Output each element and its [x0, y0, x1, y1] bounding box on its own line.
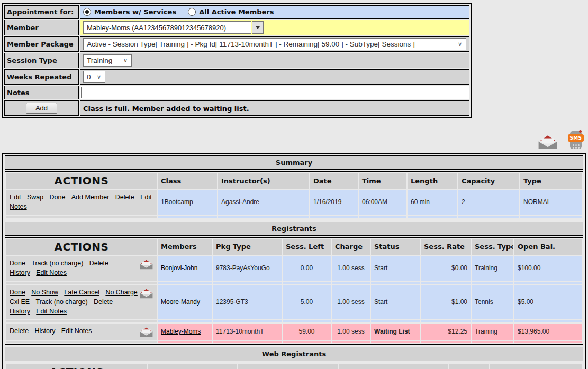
envelope-icon[interactable]: [139, 259, 153, 270]
pkg-type-cell: 9783-PayAsYouGo: [213, 256, 282, 281]
sess-type-header: Sess. Type: [472, 239, 513, 255]
add-button[interactable]: Add: [26, 103, 57, 114]
registrant-row: Done Track (no charge) Delete History Ed…: [6, 256, 582, 281]
sess-left-cell: 59.00: [283, 324, 331, 340]
spacer-row: [6, 341, 582, 343]
status-cell: Start: [371, 285, 420, 319]
envelope-icon[interactable]: [139, 327, 153, 337]
sess-left-cell: 5.00: [283, 285, 331, 319]
sess-rate-cell: $1.00: [421, 285, 471, 319]
session-type-row: Session Type Training: [4, 53, 469, 68]
sms-phone-icon[interactable]: SMS: [568, 130, 584, 150]
action-link[interactable]: Delete: [115, 193, 134, 201]
action-link[interactable]: Swap: [27, 193, 43, 201]
status-header: Status: [371, 239, 420, 255]
web-actions-header: ACTIONS: [6, 364, 147, 369]
summary-actions: Edit Swap Done Add Member Delete Edit No…: [10, 193, 152, 210]
action-link[interactable]: Add Member: [71, 193, 110, 201]
weeks-repeated-label: Weeks Repeated: [4, 69, 79, 85]
registrant-id-header: Registrant Id: [148, 364, 237, 369]
member-link[interactable]: Bonjovi-John: [161, 264, 197, 272]
member-link[interactable]: Mabley-Moms: [161, 328, 201, 335]
registrant-actions: Done Track (no charge) Delete History Ed…: [10, 259, 138, 278]
open-bal-cell: $5.00: [514, 285, 582, 319]
action-link[interactable]: Edit Notes: [36, 308, 67, 315]
envelope-icon[interactable]: [537, 134, 558, 150]
on-waiting-list-header: On Waiting List?: [339, 364, 448, 369]
sess-rate-header: Sess. Rate: [421, 239, 471, 255]
sess-type-cell: Tennis: [472, 285, 513, 319]
registrant-actions: Delete History Edit Notes: [10, 326, 138, 336]
pkg-type-cell: 11713-10monthT: [213, 324, 282, 340]
notification-icons-row: SMS: [2, 130, 588, 150]
member-package-label: Member Package: [4, 36, 79, 52]
charge-cell: 1.00 sess: [332, 324, 370, 340]
sess-rate-cell: $0.00: [421, 256, 471, 281]
appointment-for-row: Appointment for: Members w/ Services All…: [4, 5, 469, 19]
web-registrants-section-title: Web Registrants: [5, 347, 583, 361]
spacer-row: [6, 282, 582, 284]
member-package-select[interactable]: Active - Session Type[ Training ] - Pkg …: [83, 38, 466, 50]
summary-header-row: ACTIONS Class Instructor(s) Date Time Le…: [6, 173, 582, 189]
action-link[interactable]: Delete: [10, 327, 29, 335]
action-link[interactable]: Track (no charge): [36, 298, 88, 306]
pkg-type-header: Pkg Type: [213, 239, 282, 255]
members-w-services-radio[interactable]: [83, 8, 91, 16]
session-type-label: Session Type: [4, 53, 79, 68]
weeks-repeated-selected-value: 0: [87, 73, 91, 81]
action-link[interactable]: Edit Notes: [36, 269, 67, 276]
sms-label: SMS: [568, 134, 584, 142]
action-link[interactable]: Done: [50, 193, 66, 201]
action-link[interactable]: History: [10, 269, 30, 276]
registrant-row-waiting-list: Delete History Edit Notes Mabley-Moms 11…: [6, 324, 582, 340]
action-link[interactable]: Done: [10, 260, 25, 267]
member-link[interactable]: Moore-Mandy: [161, 298, 200, 306]
pkg-type-cell: 12395-GT3: [213, 285, 282, 319]
action-link[interactable]: Delete: [94, 298, 113, 306]
action-link[interactable]: History: [34, 327, 55, 335]
chevron-down-icon: [123, 58, 128, 63]
member-input[interactable]: [83, 21, 251, 34]
registrants-section-title: Registrants: [5, 222, 583, 236]
sess-left-header: Sess. Left: [283, 239, 331, 255]
summary-actions-header: ACTIONS: [6, 173, 157, 189]
sess-type-cell: Training: [472, 256, 513, 281]
action-link[interactable]: No Show: [31, 289, 58, 296]
all-active-members-radio[interactable]: [188, 8, 196, 16]
sess-left-cell: 0.00: [283, 256, 331, 281]
action-link[interactable]: Edit Notes: [61, 327, 92, 335]
email-header: Email: [449, 364, 489, 369]
open-bal-header: Open Bal.: [514, 239, 582, 255]
charge-header: Charge: [332, 239, 370, 255]
notes-label: Notes: [4, 86, 79, 99]
member-row: Member: [4, 20, 469, 35]
summary-class-header: Class: [158, 173, 217, 189]
summary-type-header: Type: [520, 173, 582, 189]
member-dropdown-button[interactable]: [252, 21, 264, 34]
notes-row: Notes: [4, 86, 469, 99]
registrants-table: ACTIONS Members Pkg Type Sess. Left Char…: [5, 237, 583, 345]
action-link[interactable]: Done: [10, 289, 25, 296]
member-package-selected-value: Active - Session Type[ Training ] - Pkg …: [87, 40, 415, 48]
sess-rate-cell: $12.25: [421, 324, 471, 340]
schedule-tables: Summary ACTIONS Class Instructor(s) Date…: [2, 153, 586, 369]
summary-instructors-header: Instructor(s): [218, 173, 309, 189]
members-header: Members: [158, 239, 212, 255]
notes-input[interactable]: [81, 87, 468, 98]
status-cell: Start: [371, 256, 420, 281]
weeks-repeated-select[interactable]: 0: [83, 71, 105, 83]
action-link[interactable]: Edit: [10, 193, 21, 201]
action-link[interactable]: Track (no charge): [31, 260, 83, 267]
summary-date-header: Date: [310, 173, 358, 189]
all-active-members-radio-label: All Active Members: [199, 8, 274, 16]
action-link[interactable]: Delete: [89, 260, 108, 267]
session-type-select[interactable]: Training: [83, 54, 132, 67]
action-link[interactable]: Late Cancel: [64, 289, 99, 296]
keypad-dots: [573, 144, 574, 146]
envelope-icon[interactable]: [139, 288, 153, 299]
time-cell: 06:00AM: [359, 190, 406, 215]
registrant-row: Done No Show Late Cancel No Charge Cxl E…: [6, 285, 582, 319]
members-w-services-radio-label: Members w/ Services: [94, 8, 176, 16]
action-link[interactable]: History: [10, 308, 30, 315]
capacity-cell: 2: [458, 190, 519, 215]
